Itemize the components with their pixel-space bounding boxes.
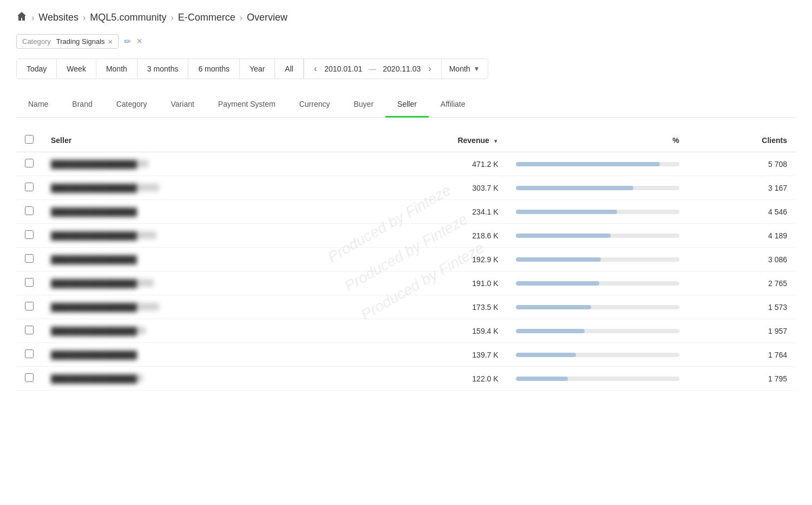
clients-cell: 4 189	[688, 224, 796, 248]
seller-name-cell: ████████████████	[42, 224, 360, 248]
home-icon[interactable]	[16, 11, 27, 24]
row-checkbox[interactable]	[25, 278, 34, 287]
date-prev-button[interactable]: ‹	[311, 63, 320, 75]
filter-row: Category Trading Signals × ✏ ×	[16, 34, 796, 49]
tab-affiliate[interactable]: Affiliate	[429, 92, 477, 118]
percent-cell	[507, 248, 688, 271]
row-checkbox[interactable]	[25, 254, 34, 263]
time-btn-week[interactable]: Week	[57, 59, 96, 79]
row-checkbox-cell[interactable]	[16, 319, 42, 343]
col-clients-label: Clients	[762, 136, 787, 145]
filter-value: Trading Signals	[56, 37, 105, 46]
tab-variant[interactable]: Variant	[159, 92, 206, 118]
revenue-cell: 122.0 K	[360, 367, 507, 391]
revenue-cell: 303.7 K	[360, 176, 507, 200]
seller-name-blurred: ████████████████	[51, 279, 154, 287]
col-clients: Clients	[688, 128, 796, 152]
select-all-header[interactable]	[16, 128, 42, 152]
table-row: ████████████████303.7 K3 167	[16, 176, 796, 200]
filter-edit-icon[interactable]: ✏	[124, 36, 131, 47]
clients-cell: 3 086	[688, 248, 796, 271]
row-checkbox-cell[interactable]	[16, 200, 42, 224]
breadcrumb: › Websites › MQL5.community › E-Commerce…	[16, 11, 796, 24]
breadcrumb-websites[interactable]: Websites	[38, 12, 78, 23]
tab-payment-system[interactable]: Payment System	[206, 92, 287, 118]
tabs-row: Name Brand Category Variant Payment Syst…	[16, 92, 796, 118]
row-checkbox[interactable]	[25, 183, 34, 191]
breadcrumb-overview[interactable]: Overview	[247, 12, 287, 23]
time-btn-all[interactable]: All	[275, 59, 304, 79]
filter-tag-close-button[interactable]: ×	[108, 37, 113, 46]
row-checkbox-cell[interactable]	[16, 248, 42, 271]
time-btn-today[interactable]: Today	[17, 59, 57, 79]
grouping-dropdown[interactable]: Month ▼	[441, 59, 488, 79]
row-checkbox-cell[interactable]	[16, 367, 42, 391]
row-checkbox-cell[interactable]	[16, 271, 42, 295]
row-checkbox[interactable]	[25, 349, 34, 358]
breadcrumb-ecommerce[interactable]: E-Commerce	[178, 12, 235, 23]
breadcrumb-mql5[interactable]: MQL5.community	[90, 12, 166, 23]
date-next-button[interactable]: ›	[425, 63, 434, 75]
tab-category[interactable]: Category	[104, 92, 159, 118]
table-row: ████████████████122.0 K1 795	[16, 367, 796, 391]
table-row: ████████████████234.1 K4 546	[16, 200, 796, 224]
row-checkbox[interactable]	[25, 159, 34, 167]
table-row: ████████████████192.9 K3 086	[16, 248, 796, 271]
table-row: ████████████████159.4 K1 957	[16, 319, 796, 343]
clients-cell: 1 957	[688, 319, 796, 343]
table-row: ████████████████139.7 K1 764	[16, 343, 796, 367]
tab-brand[interactable]: Brand	[60, 92, 104, 118]
tab-seller[interactable]: Seller	[385, 92, 429, 118]
tab-buyer[interactable]: Buyer	[342, 92, 385, 118]
col-seller[interactable]: Seller	[42, 128, 360, 152]
clients-cell: 5 708	[688, 152, 796, 176]
col-seller-label: Seller	[51, 136, 71, 145]
date-range-section: ‹ 2010.01.01 — 2020.11.03 ›	[304, 59, 441, 79]
select-all-checkbox[interactable]	[25, 135, 34, 144]
seller-name-cell: ████████████████	[42, 319, 360, 343]
revenue-sort-icon: ▼	[493, 138, 499, 144]
row-checkbox[interactable]	[25, 373, 34, 382]
row-checkbox-cell[interactable]	[16, 295, 42, 319]
time-btn-3months[interactable]: 3 months	[137, 59, 189, 79]
revenue-cell: 234.1 K	[360, 200, 507, 224]
row-checkbox[interactable]	[25, 206, 34, 215]
table-row: ████████████████218.6 K4 189	[16, 224, 796, 248]
filter-tag: Category Trading Signals ×	[16, 34, 119, 49]
time-btn-month[interactable]: Month	[96, 59, 137, 79]
revenue-cell: 218.6 K	[360, 224, 507, 248]
percent-cell	[507, 224, 688, 248]
row-checkbox[interactable]	[25, 326, 34, 334]
col-revenue[interactable]: Revenue ▼	[360, 128, 507, 152]
seller-name-cell: ████████████████	[42, 343, 360, 367]
percent-cell	[507, 367, 688, 391]
seller-name-blurred: ████████████████	[51, 303, 159, 310]
data-table: Seller Revenue ▼ % Clients █████████████…	[16, 128, 796, 391]
revenue-cell: 471.2 K	[360, 152, 507, 176]
time-btn-year[interactable]: Year	[240, 59, 275, 79]
seller-name-blurred: ████████████████	[51, 208, 137, 215]
row-checkbox[interactable]	[25, 302, 34, 310]
clients-cell: 1 573	[688, 295, 796, 319]
row-checkbox-cell[interactable]	[16, 152, 42, 176]
table-row: ████████████████191.0 K2 765	[16, 271, 796, 295]
seller-name-cell: ████████████████	[42, 367, 360, 391]
seller-name-cell: ████████████████	[42, 200, 360, 224]
row-checkbox-cell[interactable]	[16, 343, 42, 367]
table-row: ████████████████173.5 K1 573	[16, 295, 796, 319]
seller-name-blurred: ████████████████	[51, 184, 159, 191]
tab-currency[interactable]: Currency	[287, 92, 342, 118]
clients-cell: 1 764	[688, 343, 796, 367]
row-checkbox-cell[interactable]	[16, 224, 42, 248]
grouping-label: Month	[449, 64, 470, 73]
row-checkbox[interactable]	[25, 230, 34, 239]
col-percent-label: %	[672, 136, 679, 145]
percent-cell	[507, 271, 688, 295]
col-percent: %	[507, 128, 688, 152]
row-checkbox-cell[interactable]	[16, 176, 42, 200]
revenue-cell: 173.5 K	[360, 295, 507, 319]
filter-clear-icon[interactable]: ×	[136, 36, 142, 47]
time-btn-6months[interactable]: 6 months	[188, 59, 240, 79]
seller-name-blurred: ████████████████	[51, 327, 146, 334]
tab-name[interactable]: Name	[16, 92, 60, 118]
